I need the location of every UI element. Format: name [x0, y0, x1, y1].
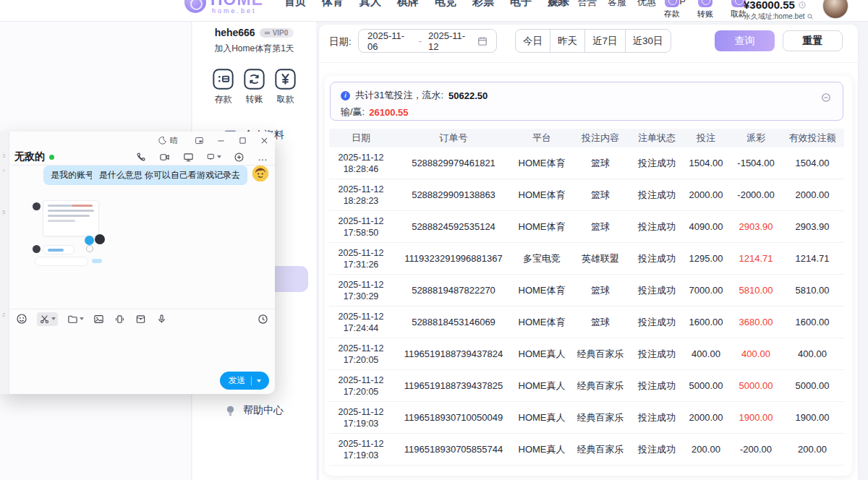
file-tool[interactable]: [67, 314, 84, 325]
user-avatar[interactable]: [822, 0, 848, 19]
reset-button[interactable]: 重置: [783, 30, 843, 51]
table-row[interactable]: 2025-11-1217:31:26 1119323291996881367 多…: [329, 243, 844, 275]
cell-platform: HOME体育: [514, 157, 569, 170]
nav-item[interactable]: 电竞: [435, 0, 456, 9]
minimize-icon[interactable]: [216, 136, 226, 145]
collapse-icon[interactable]: [821, 93, 831, 103]
sidebar-username: hehe666: [215, 27, 255, 38]
date-from[interactable]: 2025-11-06: [367, 30, 412, 52]
screen-share-icon[interactable]: [183, 151, 195, 163]
pip-mode-icon[interactable]: [195, 136, 204, 145]
table-row[interactable]: 2025-11-1217:19:03 1196518930705855744 H…: [329, 434, 844, 466]
records-panel: i 共计31笔投注，流水: 50622.50 输/赢: 26100.55 日期 …: [325, 76, 852, 476]
voice-call-icon[interactable]: [135, 151, 147, 163]
table-row[interactable]: 2025-11-1217:20:05 1196519188739437825 H…: [329, 370, 844, 402]
calendar-icon[interactable]: [477, 36, 488, 46]
filter-divider: [319, 62, 858, 63]
table-row[interactable]: 2025-11-1217:58:50 5288824592535124 HOME…: [329, 211, 844, 243]
cell-payout: -2000.00: [730, 189, 782, 200]
red-packet-icon[interactable]: [135, 313, 147, 325]
cell-bet: 200.00: [682, 444, 730, 455]
mic-icon[interactable]: [156, 313, 168, 325]
send-button[interactable]: 发送: [220, 372, 269, 390]
cell-content: 篮球: [569, 316, 631, 329]
nav-item[interactable]: 电子: [510, 0, 532, 9]
nav-item[interactable]: 体育: [322, 0, 344, 9]
table-header: 日期 订单号 平台 投注内容 注单状态 投注 派彩 有效投注额: [329, 129, 844, 147]
table-row[interactable]: 2025-11-1217:24:44 5288818453146069 HOME…: [329, 307, 844, 338]
emoji-icon[interactable]: [16, 313, 27, 325]
more-options-icon[interactable]: …: [258, 151, 269, 163]
col-header-payout: 派彩: [730, 132, 782, 145]
quick-link[interactable]: 合营: [578, 0, 597, 9]
cell-platform: HOME体育: [514, 316, 569, 329]
quick-link[interactable]: 赞助: [548, 0, 567, 9]
refresh-balance-icon[interactable]: [798, 1, 807, 9]
chat-message-bubble[interactable]: 是什么意思 你可以自己看游戏记录去: [92, 166, 247, 185]
shake-icon[interactable]: [114, 313, 126, 325]
nav-item[interactable]: 真人: [359, 0, 381, 9]
screenshot-tool[interactable]: [37, 312, 58, 326]
sidebar-transfer-button[interactable]: 转账: [243, 68, 265, 106]
window-titlebar: 晴: [158, 135, 269, 146]
cell-valid: 2903.90: [782, 221, 843, 232]
range-button[interactable]: 近7日: [584, 30, 625, 52]
cell-status: 投注成功: [631, 252, 682, 265]
message-input[interactable]: [16, 330, 269, 370]
header-transfer-button[interactable]: 转账: [695, 0, 715, 20]
scissors-icon: [39, 314, 50, 325]
range-button[interactable]: 今日: [516, 30, 550, 52]
cell-bet: 1600.00: [682, 317, 730, 327]
table-row[interactable]: 2025-11-1217:30:29 5288819487822270 HOME…: [329, 275, 844, 307]
search-button[interactable]: 查询: [715, 30, 775, 51]
video-call-icon[interactable]: [159, 151, 171, 163]
table-row[interactable]: 2025-11-1217:20:05 1196519188739437824 H…: [329, 338, 844, 370]
sidebar-deposit-button[interactable]: 存款: [212, 68, 234, 106]
header-deposit-button[interactable]: 存款: [662, 0, 682, 20]
col-header-platform: 平台: [514, 132, 569, 145]
cell-payout: 5000.00: [730, 380, 782, 391]
main-nav: 首页体育真人棋牌电竞彩票电子娱乐: [284, 0, 569, 9]
table-row[interactable]: 2025-11-1218:28:23 5288829909138863 HOME…: [329, 179, 844, 211]
remote-desktop-icon[interactable]: [207, 151, 221, 163]
close-icon[interactable]: [260, 136, 269, 145]
range-button[interactable]: 昨天: [550, 30, 584, 52]
weather-widget[interactable]: 晴: [158, 135, 178, 146]
maximize-icon[interactable]: [238, 136, 247, 145]
send-options-caret[interactable]: [257, 380, 261, 382]
quick-link[interactable]: 客服: [608, 0, 626, 9]
shared-chat-screenshot[interactable]: [33, 200, 105, 261]
cell-valid: 400.00: [782, 348, 843, 359]
table-row[interactable]: 2025-11-1217:19:03 1196518930710050049 H…: [329, 402, 844, 434]
date-to[interactable]: 2025-11-12: [428, 30, 473, 52]
logo-title: HOME: [210, 0, 263, 7]
image-icon[interactable]: [93, 313, 105, 325]
table-row[interactable]: 2025-11-1218:28:46 5288829979461821 HOME…: [329, 147, 844, 179]
cell-order: 5288818453146069: [393, 317, 514, 327]
sidebar-item-help-center[interactable]: 帮助中心: [192, 404, 316, 417]
nav-item[interactable]: 首页: [284, 0, 306, 9]
date-range-input[interactable]: 2025-11-06 - 2025-11-12: [358, 29, 497, 53]
cell-order: 5288829909138863: [393, 189, 514, 200]
cell-status: 投注成功: [631, 348, 682, 361]
quick-link[interactable]: 优惠: [637, 0, 656, 9]
cell-valid: 200.00: [782, 444, 843, 455]
summary-banner: i 共计31笔投注，流水: 50622.50 输/赢: 26100.55: [330, 82, 843, 121]
moon-icon: [158, 136, 167, 145]
launch-app-icon[interactable]: [234, 151, 245, 163]
sidebar-withdraw-button[interactable]: 取款: [274, 68, 297, 106]
contact-name[interactable]: 无敌的: [14, 150, 45, 163]
chat-avatar[interactable]: [252, 166, 268, 181]
nav-item[interactable]: 棋牌: [397, 0, 419, 9]
cell-order: 5288824592535124: [393, 221, 514, 232]
site-logo[interactable]: HOME home.bet: [184, 0, 263, 14]
mini-blue-icon: [85, 236, 94, 245]
range-button[interactable]: 近30日: [625, 30, 671, 52]
chat-history-icon[interactable]: [258, 313, 269, 325]
nav-item[interactable]: 彩票: [472, 0, 494, 9]
cell-date: 2025-11-1217:24:44: [329, 311, 393, 334]
search-domain-icon[interactable]: [807, 13, 814, 20]
logo-ball-icon: [184, 0, 206, 13]
cell-valid: 5810.00: [782, 285, 843, 296]
cell-content: 篮球: [569, 284, 631, 297]
